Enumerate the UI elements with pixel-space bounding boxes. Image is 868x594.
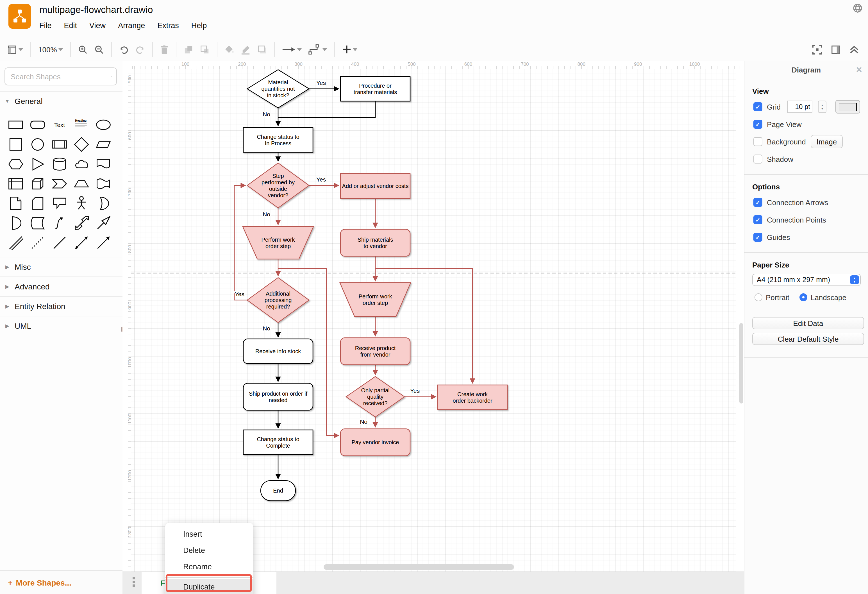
horizontal-scrollbar[interactable] bbox=[323, 564, 514, 570]
palette-shape-line[interactable] bbox=[4, 233, 27, 252]
menu-extras[interactable]: Extras bbox=[157, 21, 179, 30]
palette-shape-card[interactable] bbox=[27, 193, 48, 213]
fullscreen-button[interactable] bbox=[812, 45, 822, 54]
insert-button[interactable] bbox=[342, 45, 357, 54]
palette-shape-note[interactable] bbox=[4, 193, 27, 213]
shadow-button[interactable] bbox=[258, 45, 267, 54]
sidebar-section-general[interactable]: ▼General bbox=[0, 91, 123, 111]
palette-shape-parallelogram[interactable] bbox=[92, 134, 114, 154]
vertical-scrollbar[interactable] bbox=[740, 323, 743, 403]
connection-arrows-checkbox[interactable] bbox=[753, 198, 762, 207]
palette-shape-rounded-rectangle[interactable] bbox=[27, 115, 48, 134]
language-globe-icon[interactable] bbox=[853, 3, 862, 15]
node-label: Additionalprocessingrequired? bbox=[264, 291, 292, 310]
menu-arrange[interactable]: Arrange bbox=[118, 21, 145, 30]
flowchart-edge[interactable] bbox=[278, 101, 375, 117]
menu-help[interactable]: Help bbox=[191, 21, 207, 30]
palette-shape-rectangle[interactable] bbox=[4, 115, 27, 134]
close-icon[interactable]: ✕ bbox=[856, 65, 862, 74]
waypoints-button[interactable] bbox=[309, 44, 327, 55]
palette-shape-ellipse[interactable] bbox=[92, 115, 114, 134]
grid-size-stepper[interactable]: ▲▼ bbox=[818, 100, 827, 113]
page-view-checkbox[interactable] bbox=[753, 120, 762, 129]
edit-data-button[interactable]: Edit Data bbox=[752, 317, 864, 329]
palette-shape-tape[interactable] bbox=[92, 174, 114, 193]
guides-checkbox[interactable] bbox=[753, 233, 762, 242]
view-toggle-button[interactable] bbox=[7, 45, 23, 54]
zoom-out-button[interactable] bbox=[94, 45, 104, 54]
palette-shape-step[interactable] bbox=[48, 174, 70, 193]
palette-shape-textbox[interactable]: Heading bbox=[70, 115, 92, 134]
to-back-button[interactable] bbox=[200, 45, 210, 54]
palette-shape-square[interactable] bbox=[4, 134, 27, 154]
background-checkbox[interactable] bbox=[753, 137, 762, 146]
node-label: End bbox=[273, 488, 283, 494]
redo-button[interactable] bbox=[136, 45, 145, 54]
palette-shape-callout[interactable] bbox=[48, 193, 70, 213]
undo-button[interactable] bbox=[120, 45, 129, 54]
palette-shape-link[interactable] bbox=[48, 233, 70, 252]
palette-shape-cylinder[interactable] bbox=[48, 154, 70, 174]
landscape-radio[interactable] bbox=[799, 293, 807, 301]
menu-edit[interactable]: Edit bbox=[64, 21, 77, 30]
chevron-down-icon: ▼ bbox=[4, 98, 10, 104]
zoom-in-button[interactable] bbox=[78, 45, 88, 54]
palette-shape-cloud[interactable] bbox=[70, 154, 92, 174]
flowchart-edge[interactable] bbox=[234, 185, 247, 300]
connection-points-checkbox[interactable] bbox=[753, 215, 762, 224]
grid-size-input[interactable]: 10 pt bbox=[787, 100, 812, 113]
shapes-sidebar: ▼GeneralTextHeading▶Misc▶Advanced▶Entity… bbox=[0, 61, 123, 570]
palette-shape-arrow[interactable] bbox=[92, 213, 114, 233]
menubar: FileEditViewArrangeExtrasHelp bbox=[39, 21, 207, 30]
search-input[interactable] bbox=[10, 72, 111, 81]
palette-shape-cube[interactable] bbox=[27, 174, 48, 193]
palette-shape-dotted-line[interactable] bbox=[27, 233, 48, 252]
palette-shape-directional-connector[interactable] bbox=[70, 233, 92, 252]
more-shapes-button[interactable]: + More Shapes... bbox=[0, 570, 131, 594]
context-menu-item-insert[interactable]: Insert bbox=[165, 526, 253, 542]
context-menu-item-duplicate[interactable]: Duplicate bbox=[165, 579, 253, 594]
menu-view[interactable]: View bbox=[89, 21, 106, 30]
sidebar-section-uml[interactable]: ▶UML bbox=[0, 316, 123, 335]
palette-shape-process[interactable] bbox=[48, 134, 70, 154]
palette-shape-actor[interactable] bbox=[70, 193, 92, 213]
palette-shape-triangle[interactable] bbox=[27, 154, 48, 174]
grid-checkbox[interactable] bbox=[753, 102, 762, 111]
palette-shape-hexagon[interactable] bbox=[4, 154, 27, 174]
palette-shape-data-storage[interactable] bbox=[27, 213, 48, 233]
palette-shape-arrow-connector[interactable] bbox=[92, 233, 114, 252]
context-menu-item-delete[interactable]: Delete bbox=[165, 542, 253, 559]
palette-shape-diamond[interactable] bbox=[70, 134, 92, 154]
palette-shape-trapezoid[interactable] bbox=[70, 174, 92, 193]
sidebar-section-advanced[interactable]: ▶Advanced bbox=[0, 276, 123, 296]
palette-shape-internal-storage[interactable] bbox=[4, 174, 27, 193]
to-front-button[interactable] bbox=[184, 45, 193, 54]
paper-size-select[interactable]: A4 (210 mm x 297 mm) ▲▼ bbox=[752, 274, 861, 286]
delete-button[interactable] bbox=[160, 45, 169, 54]
pages-menu-button[interactable] bbox=[130, 577, 137, 587]
palette-shape-text[interactable]: Text bbox=[48, 115, 70, 134]
clear-default-style-button[interactable]: Clear Default Style bbox=[752, 333, 864, 345]
search-shapes-box[interactable] bbox=[4, 68, 117, 86]
fill-color-button[interactable] bbox=[225, 45, 235, 54]
palette-shape-document[interactable] bbox=[92, 154, 114, 174]
palette-shape-circle[interactable] bbox=[27, 134, 48, 154]
context-menu-item-rename[interactable]: Rename bbox=[165, 559, 253, 575]
diagram-canvas[interactable]: Materialquantities notin stock?Procedure… bbox=[131, 69, 744, 572]
shadow-checkbox[interactable] bbox=[753, 155, 762, 164]
background-image-button[interactable]: Image bbox=[811, 135, 843, 148]
connection-style-button[interactable] bbox=[282, 46, 302, 53]
collapse-toolbar-button[interactable] bbox=[849, 45, 859, 54]
sidebar-section-entity-relation[interactable]: ▶Entity Relation bbox=[0, 296, 123, 316]
format-panel-toggle-button[interactable] bbox=[831, 45, 840, 54]
grid-color-swatch[interactable] bbox=[836, 100, 860, 114]
palette-shape-or[interactable] bbox=[92, 193, 114, 213]
palette-shape-and[interactable] bbox=[4, 213, 27, 233]
sidebar-section-misc[interactable]: ▶Misc bbox=[0, 257, 123, 276]
palette-shape-bidirectional-arrow[interactable] bbox=[70, 213, 92, 233]
menu-file[interactable]: File bbox=[39, 21, 52, 30]
portrait-radio[interactable] bbox=[754, 293, 762, 301]
palette-shape-curve[interactable] bbox=[48, 213, 70, 233]
zoom-dropdown[interactable]: 100% bbox=[38, 45, 63, 54]
line-color-button[interactable] bbox=[241, 45, 251, 54]
